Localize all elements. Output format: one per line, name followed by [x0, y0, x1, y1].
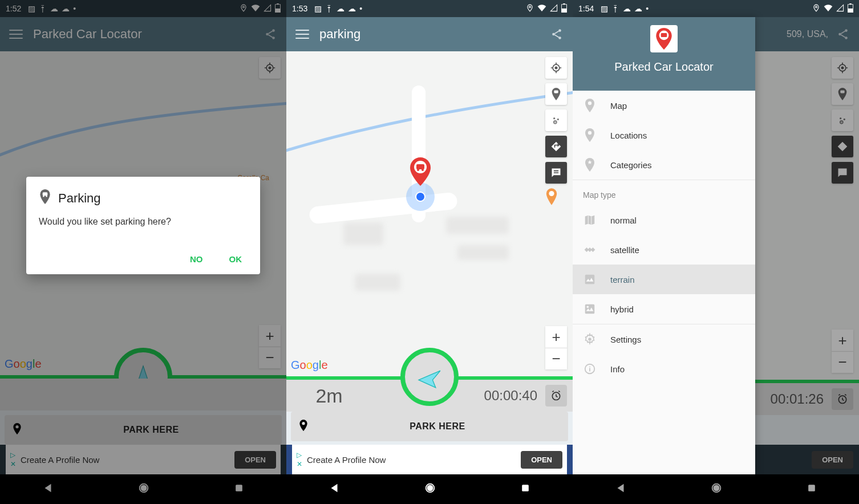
svg-rect-30 [554, 90, 558, 93]
drawer-settings-label: Settings [610, 335, 641, 344]
drawer-maptype-normal[interactable]: normal [573, 205, 755, 235]
alarm-button[interactable] [545, 385, 567, 407]
drawer-maptype-normal-label: normal [610, 216, 637, 225]
signal-icon [550, 4, 558, 14]
app-bar: parking [286, 17, 573, 51]
poi-marker[interactable] [545, 188, 558, 208]
svg-rect-67 [585, 304, 595, 314]
info-bar: 2m 00:00:40 [286, 380, 573, 412]
svg-rect-65 [587, 247, 592, 252]
svg-point-68 [587, 306, 589, 308]
car-marker[interactable] [409, 157, 432, 188]
car-location-button[interactable] [545, 83, 567, 105]
svg-point-60 [588, 101, 591, 105]
svg-rect-59 [661, 33, 667, 37]
app-title: parking [314, 27, 545, 42]
menu-button[interactable] [291, 23, 314, 46]
battery-icon [848, 3, 853, 14]
ad-text: Create A Profile Now [307, 455, 386, 465]
zoom-in-button[interactable]: + [545, 326, 567, 348]
svg-point-36 [302, 422, 305, 425]
svg-point-14 [43, 196, 44, 197]
drawer-maptype-satellite-label: satellite [610, 245, 639, 255]
dialog-no-button[interactable]: NO [184, 250, 209, 269]
all-locations-button[interactable] [545, 109, 567, 131]
svg-point-32 [557, 119, 559, 120]
signal-icon [836, 4, 844, 14]
drawer-categories[interactable]: Categories [573, 150, 755, 180]
drawer-info[interactable]: Info [573, 354, 755, 384]
dialog-ok-button[interactable]: OK [224, 250, 248, 269]
timer-value: 00:00:40 [484, 388, 537, 404]
drawer-maptype-normal-icon [583, 213, 597, 227]
drawer-header: Parked Car Locator [573, 17, 755, 91]
drawer-locations-label: Locations [610, 131, 647, 140]
park-here-label: PARK HERE [315, 421, 560, 432]
map-canvas[interactable]: + − Google [286, 51, 573, 376]
cloud-icon: ☁ [634, 4, 642, 13]
dialog-title: Parking [58, 191, 101, 206]
dialog-scrim[interactable]: Parking Would you like set parking here?… [0, 0, 286, 504]
home-button[interactable] [424, 482, 436, 497]
drawer-map[interactable]: Map [573, 91, 755, 120]
drawer-settings-icon [583, 332, 597, 346]
drawer-locations-icon [583, 128, 597, 142]
drawer-maptype-satellite-icon [583, 243, 597, 257]
drawer-settings[interactable]: Settings [573, 324, 755, 354]
drawer-maptype-terrain[interactable]: terrain [573, 265, 755, 294]
ad-banner[interactable]: ▷✕ Create A Profile Now OPEN [286, 445, 573, 474]
drawer-info-icon [583, 362, 597, 376]
svg-point-26 [422, 169, 424, 171]
back-button[interactable] [328, 482, 341, 497]
recent-button[interactable] [520, 482, 531, 496]
screen-1: 1:52 ▨ ⭱ ☁ ☁ • [0, 0, 286, 504]
svg-rect-43 [848, 8, 853, 12]
pin-icon [299, 420, 308, 433]
cloud-icon: ☁ [623, 4, 631, 13]
drawer-title: Parked Car Locator [614, 60, 713, 74]
svg-rect-19 [562, 8, 567, 12]
screen-3: 1:54 ▨ ⭱ ☁ ☁ • 509, USA, [573, 0, 859, 504]
locate-me-button[interactable] [545, 57, 567, 79]
screen-2: 1:53 ▨ ⭱ ☁ ☁ • parking [286, 0, 573, 504]
zoom-control: + − [545, 326, 567, 369]
svg-point-40 [816, 6, 817, 7]
directions-button[interactable] [545, 136, 567, 157]
status-bar: 1:53 ▨ ⭱ ☁ ☁ • [286, 0, 573, 17]
location-icon [812, 4, 820, 14]
zoom-out-button[interactable]: − [545, 348, 567, 369]
status-clock: 1:53 [292, 4, 307, 13]
drawer-section-maptype: Map type [573, 180, 755, 205]
svg-point-25 [417, 169, 419, 171]
park-here-button[interactable]: PARK HERE [291, 412, 568, 441]
drawer-map-icon [583, 99, 597, 112]
drawer-categories-icon [583, 158, 597, 172]
image-icon: ▨ [314, 4, 322, 13]
upload-icon: ⭱ [611, 4, 619, 13]
share-button[interactable] [545, 23, 568, 46]
svg-rect-13 [43, 192, 48, 196]
app-logo [650, 25, 678, 52]
svg-point-27 [549, 191, 554, 196]
battery-icon [561, 3, 567, 14]
drawer-maptype-satellite[interactable]: satellite [573, 235, 755, 265]
notes-button[interactable] [545, 162, 567, 184]
ad-cta-button[interactable]: OPEN [521, 451, 562, 469]
svg-point-34 [555, 122, 556, 123]
drawer-locations[interactable]: Locations [573, 120, 755, 150]
drawer-maptype-terrain-label: terrain [610, 275, 635, 284]
svg-point-15 [46, 196, 47, 197]
nav-drawer: Parked Car Locator MapLocationsCategorie… [573, 17, 755, 474]
wifi-icon [824, 4, 833, 14]
dot-icon: • [359, 4, 362, 13]
system-nav-bar [286, 474, 573, 504]
drawer-maptype-hybrid-label: hybrid [610, 304, 634, 314]
dot-icon: • [646, 4, 649, 13]
google-logo: Google [291, 359, 328, 372]
drawer-maptype-hybrid[interactable]: hybrid [573, 294, 755, 324]
svg-point-38 [427, 485, 432, 490]
dialog-message: Would you like set parking here? [39, 217, 248, 227]
drawer-maptype-hybrid-icon [583, 302, 597, 316]
status-bar: 1:54 ▨ ⭱ ☁ ☁ • [573, 0, 859, 17]
svg-point-31 [553, 117, 555, 119]
